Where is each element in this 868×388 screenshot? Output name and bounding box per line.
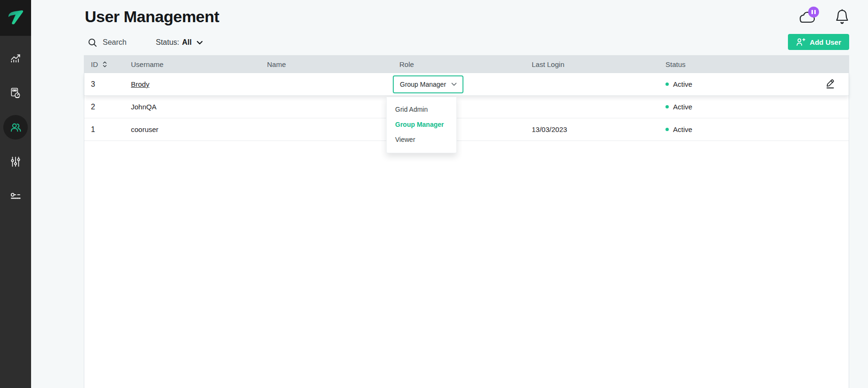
column-header-username[interactable]: Username — [124, 60, 260, 68]
role-dropdown-menu: Grid Admin Group Manager Viewer — [386, 97, 457, 153]
status-dot — [665, 128, 669, 131]
topbar-icons — [796, 8, 849, 25]
cell-id: 3 — [84, 80, 124, 89]
search-placeholder: Search — [103, 38, 127, 47]
column-header-role[interactable]: Role — [393, 60, 525, 68]
cell-last-login: 13/03/2023 — [525, 125, 659, 133]
column-header-name[interactable]: Name — [260, 60, 393, 68]
role-option-group-manager[interactable]: Group Manager — [387, 117, 456, 132]
notifications-button[interactable] — [835, 8, 849, 25]
add-user-icon — [796, 38, 805, 46]
role-option-viewer[interactable]: Viewer — [387, 132, 456, 147]
sidebar-item-meters[interactable] — [3, 81, 28, 105]
role-select[interactable]: Group Manager — [393, 75, 463, 93]
sliders-settings-icon — [9, 156, 22, 168]
users-table: ID Username Name Role Last Login Status … — [84, 55, 849, 388]
add-user-button[interactable]: Add User — [788, 34, 849, 50]
cloud-sync-button[interactable] — [796, 8, 817, 25]
sidebar-item-users[interactable] — [3, 115, 28, 140]
table-controls: Search Status: All — [88, 35, 203, 50]
column-header-status[interactable]: Status — [659, 60, 819, 68]
status-text: Active — [673, 125, 692, 133]
cell-status: Active — [659, 103, 819, 111]
status-dot — [665, 83, 669, 86]
logo-icon — [6, 8, 25, 27]
bell-icon — [835, 8, 849, 25]
cell-id: 1 — [84, 125, 124, 134]
role-option-grid-admin[interactable]: Grid Admin — [387, 102, 456, 117]
chevron-down-icon — [451, 83, 457, 86]
meter-device-icon — [9, 87, 22, 99]
status-filter-label: Status: — [156, 38, 179, 47]
chevron-down-icon — [196, 40, 203, 45]
search-icon — [88, 38, 97, 48]
status-filter-value: All — [182, 38, 192, 47]
status-dot — [665, 105, 669, 108]
table-row: 3 Brody Group Manager Grid Admin Group M… — [84, 73, 849, 96]
edit-user-button[interactable] — [825, 78, 836, 91]
cell-id: 2 — [84, 103, 124, 111]
cell-status: Active — [659, 125, 819, 133]
status-text: Active — [673, 80, 692, 88]
table-header-row: ID Username Name Role Last Login Status — [84, 55, 849, 73]
status-filter-dropdown[interactable]: Status: All — [156, 38, 203, 47]
sidebar-item-settings[interactable] — [3, 149, 28, 174]
key-access-icon — [9, 190, 22, 203]
status-text: Active — [673, 103, 692, 111]
username-text[interactable]: JohnQA — [131, 103, 156, 111]
users-icon — [9, 121, 22, 134]
pause-badge — [808, 7, 819, 17]
column-header-last-login[interactable]: Last Login — [525, 60, 659, 68]
sidebar-item-analytics[interactable] — [3, 46, 28, 71]
cell-role: Group Manager Grid Admin Group Manager V… — [393, 75, 525, 93]
sidebar — [0, 0, 31, 388]
table-row: 1 cooruser 13/03/2023 Active — [84, 118, 849, 141]
search-input[interactable]: Search — [88, 38, 127, 48]
analytics-chart-icon — [9, 52, 22, 65]
username-link[interactable]: Brody — [131, 80, 149, 88]
username-text[interactable]: cooruser — [131, 125, 158, 133]
sidebar-item-access-keys[interactable] — [3, 184, 28, 208]
role-select-value: Group Manager — [400, 81, 446, 88]
edit-pencil-icon — [825, 78, 836, 89]
column-header-id[interactable]: ID — [84, 60, 124, 68]
add-user-label: Add User — [810, 38, 841, 46]
page-title: User Management — [85, 8, 219, 26]
sort-icon[interactable] — [103, 61, 107, 67]
cell-status: Active — [659, 80, 819, 88]
table-row: 2 JohnQA Active — [84, 96, 849, 118]
app-logo[interactable] — [0, 0, 31, 36]
